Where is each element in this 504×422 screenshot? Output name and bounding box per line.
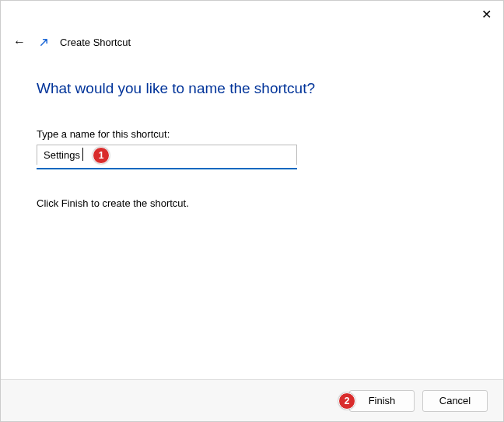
shortcut-icon <box>38 37 49 47</box>
create-shortcut-wizard: ✕ ← Create Shortcut What would you like … <box>0 0 504 422</box>
input-focus-underline <box>37 168 297 169</box>
page-heading: What would you like to name the shortcut… <box>37 80 467 97</box>
annotation-badge-1: 1 <box>93 147 110 164</box>
titlebar: ✕ <box>1 1 503 29</box>
wizard-header: ← Create Shortcut <box>1 29 503 49</box>
helper-text: Click Finish to create the shortcut. <box>37 197 467 209</box>
finish-button[interactable]: Finish <box>349 390 415 412</box>
wizard-footer: 2 Finish Cancel <box>1 379 503 421</box>
wizard-content: What would you like to name the shortcut… <box>1 49 503 379</box>
shortcut-name-input-wrap: 1 <box>37 145 297 165</box>
close-icon[interactable]: ✕ <box>478 9 494 21</box>
wizard-title: Create Shortcut <box>60 37 131 48</box>
annotation-badge-2: 2 <box>338 392 355 410</box>
finish-button-wrap: 2 Finish <box>349 390 415 412</box>
cancel-button[interactable]: Cancel <box>422 390 488 412</box>
shortcut-name-label: Type a name for this shortcut: <box>37 128 467 140</box>
back-arrow-icon[interactable]: ← <box>12 35 27 49</box>
shortcut-name-input[interactable] <box>37 145 297 165</box>
text-caret <box>82 148 83 161</box>
